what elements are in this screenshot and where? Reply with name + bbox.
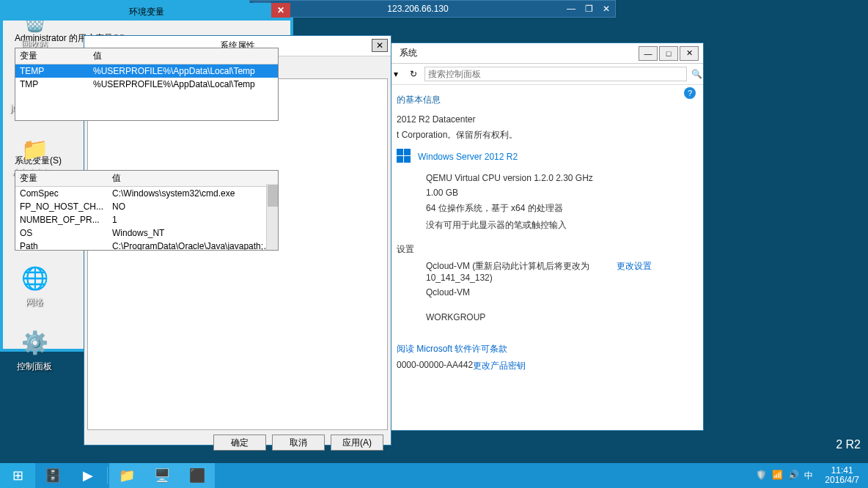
search-icon[interactable]: 🔍 [690, 67, 703, 81]
address-bar: ▾ ↻ 🔍 [389, 64, 703, 85]
computer-name-row: Qcloud-VM (重新启动此计算机后将更改为 10_141_34_132) … [426, 258, 696, 285]
desktop-icon-control-panel[interactable]: ⚙️控制面板 [7, 327, 62, 373]
pen-touch-value: 没有可用于此显示器的笔或触控输入 [426, 217, 696, 234]
refresh-icon[interactable]: ↻ [405, 69, 422, 79]
cpu-value: QEMU Virtual CPU version 1.2.0 2.30 GHz [426, 171, 696, 185]
computer-name2: Qcloud-VM [426, 285, 696, 300]
explorer-task[interactable]: 📁 [109, 463, 144, 488]
close-button[interactable]: ✕ [680, 46, 699, 61]
sys-vars-table[interactable]: 变量值 ComSpecC:\Windows\system32\cmd.exeFP… [15, 170, 279, 251]
table-row[interactable]: NUMBER_OF_PR...1 [15, 213, 278, 226]
cmd-task[interactable]: ⬛ [180, 463, 215, 488]
workgroup-value: WORKGROUP [426, 310, 696, 325]
rdp-connection-bar: 📌 123.206.66.130 — ❐ ✕ [249, 0, 616, 18]
network-icon: 🌐 [19, 262, 50, 293]
sound-icon[interactable]: 🔊 [788, 470, 800, 481]
props-body [87, 78, 388, 430]
system-titlebar[interactable]: 系统 — □ ✕ [389, 43, 703, 64]
basic-info-heading: 的基本信息 [397, 88, 696, 112]
product-id-row: 0000-00000-AA442 更改产品密钥 [397, 358, 696, 374]
edition-value: 2012 R2 Datacenter [397, 112, 696, 127]
start-button[interactable]: ⊞ [0, 463, 35, 488]
system-task[interactable]: 🖥️ [144, 463, 180, 488]
cancel-button[interactable]: 取消 [272, 435, 325, 451]
desktop-icon-network[interactable]: 🌐网络 [7, 262, 62, 308]
table-row[interactable]: PathC:\ProgramData\Oracle\Java\javapath;… [15, 240, 278, 251]
rdp-minimize-button[interactable]: — [562, 1, 580, 16]
table-row[interactable]: OSWindows_NT [15, 226, 278, 240]
taskbar: ⊞ 🗄️ ▶ 📁 🖥️ ⬛ 🛡️ 📶 🔊 中 11:41 2016/4/7 [0, 463, 868, 488]
scrollbar-thumb[interactable] [268, 185, 278, 207]
icon-label: 网络 [7, 296, 62, 308]
table-row[interactable]: TEMP%USERPROFILE%\AppData\Local\Temp [15, 64, 278, 78]
system-type-value: 64 位操作系统，基于 x64 的处理器 [426, 200, 696, 217]
clock[interactable]: 11:41 2016/4/7 [820, 466, 864, 485]
copyright-value: t Corporation。保留所有权利。 [397, 127, 696, 144]
rdp-ip: 123.206.66.130 [273, 4, 562, 14]
license-link[interactable]: 阅读 Microsoft 软件许可条款 [397, 341, 696, 358]
powershell-button[interactable]: ▶ [70, 463, 106, 488]
windows-brand: Windows Server 2012 R2 [397, 148, 696, 163]
folder-icon: 📁 [19, 133, 50, 164]
icon-label: 控制面板 [7, 361, 62, 373]
user-vars-table[interactable]: 变量值 TEMP%USERPROFILE%\AppData\Local\Temp… [15, 48, 279, 121]
windows-flag-icon [397, 149, 411, 163]
control-panel-icon: ⚙️ [19, 327, 50, 358]
change-key-link[interactable]: 更改产品密钥 [473, 360, 526, 372]
scrollbar[interactable] [266, 184, 278, 250]
col-value[interactable]: 值 [108, 171, 278, 187]
ok-button[interactable]: 确定 [213, 435, 266, 451]
brand-overlay: 2 R2 [836, 438, 861, 451]
table-row[interactable]: ComSpecC:\Windows\system32\cmd.exe [15, 187, 278, 201]
search-input[interactable] [424, 67, 687, 81]
maximize-button[interactable]: □ [659, 46, 678, 61]
table-row[interactable]: FP_NO_HOST_CH...NO [15, 200, 278, 213]
network-tray-icon[interactable]: 📶 [772, 470, 784, 481]
security-icon[interactable]: 🛡️ [756, 470, 768, 481]
system-window: 系统 — □ ✕ ▾ ↻ 🔍 ? 的基本信息 2012 R2 Datacente… [389, 42, 704, 431]
close-button[interactable]: ✕ [271, 3, 290, 18]
minimize-button[interactable]: — [639, 46, 658, 61]
col-variable[interactable]: 变量 [15, 48, 89, 64]
env-titlebar[interactable]: 环境变量 ✕ [3, 3, 290, 21]
settings-label: 设置 [397, 241, 696, 258]
rdp-restore-button[interactable]: ❐ [580, 1, 597, 16]
system-tray: 🛡️ 📶 🔊 中 11:41 2016/4/7 [751, 466, 868, 485]
change-settings-link[interactable]: 更改设置 [617, 260, 652, 283]
help-icon[interactable]: ? [684, 87, 696, 99]
rdp-close-button[interactable]: ✕ [597, 1, 615, 16]
ime-icon[interactable]: 中 [804, 470, 816, 481]
table-row[interactable]: TMP%USERPROFILE%\AppData\Local\Temp [15, 78, 278, 91]
close-button[interactable]: ✕ [372, 39, 388, 52]
server-manager-button[interactable]: 🗄️ [35, 463, 70, 488]
apply-button[interactable]: 应用(A) [331, 435, 383, 451]
ram-value: 1.00 GB [426, 185, 696, 200]
col-value[interactable]: 值 [89, 48, 278, 64]
col-variable[interactable]: 变量 [15, 171, 108, 187]
dialog-title: 环境变量 [129, 6, 164, 18]
window-title: 系统 [394, 47, 637, 59]
